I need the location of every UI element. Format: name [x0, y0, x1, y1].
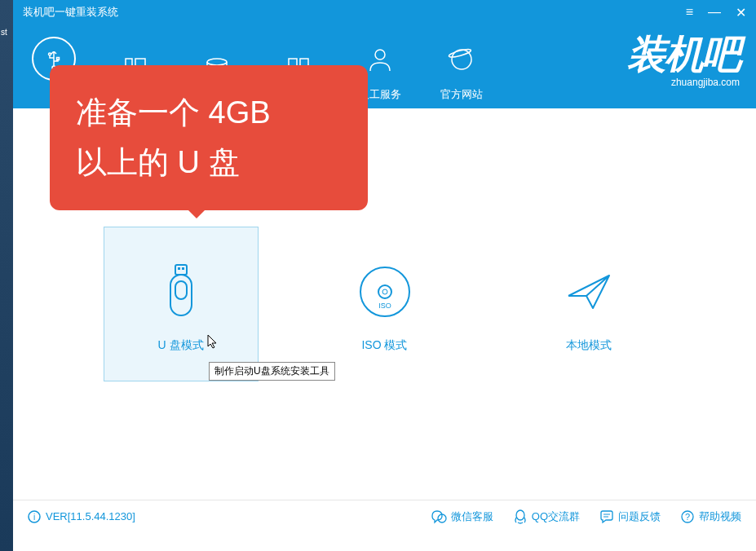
- cursor-icon: [206, 333, 219, 350]
- mode-card-iso[interactable]: ISO ISO 模式: [307, 227, 462, 381]
- mode-label-local: 本地模式: [566, 338, 612, 353]
- svg-rect-11: [175, 265, 187, 275]
- svg-text:i: i: [33, 513, 35, 522]
- version: i VER[11.5.44.1230]: [28, 510, 135, 523]
- mini-tooltip: 制作启动U盘系统安装工具: [209, 362, 335, 381]
- svg-point-18: [382, 289, 387, 294]
- mode-card-local[interactable]: 本地模式: [511, 227, 666, 381]
- footer-link-help[interactable]: ? 帮助视频: [680, 509, 741, 524]
- svg-text:ISO: ISO: [378, 302, 391, 310]
- app-title: 装机吧一键重装系统: [23, 5, 118, 20]
- svg-rect-12: [178, 267, 180, 270]
- menu-icon[interactable]: ≡: [686, 5, 693, 20]
- footer-link-qq[interactable]: QQ交流群: [513, 509, 580, 524]
- info-icon: i: [28, 510, 41, 523]
- nav-tab-website[interactable]: 官方网站: [421, 31, 502, 102]
- instruction-tooltip: 准备一个 4GB 以上的 U 盘: [50, 65, 368, 210]
- paperplane-icon: [560, 263, 617, 320]
- logo-text: 装机吧: [627, 29, 740, 81]
- help-icon: ?: [680, 509, 695, 524]
- mode-label-usb: U 盘模式: [158, 338, 204, 353]
- version-text: VER[11.5.44.1230]: [46, 510, 135, 522]
- mode-card-usb[interactable]: U 盘模式: [104, 227, 259, 381]
- minimize-icon[interactable]: —: [708, 5, 721, 20]
- svg-point-3: [207, 59, 227, 65]
- disc-icon: ISO: [356, 263, 413, 320]
- nav-label-website: 官方网站: [440, 87, 483, 102]
- qq-icon: [513, 509, 528, 524]
- svg-point-17: [378, 285, 391, 298]
- mode-label-iso: ISO 模式: [361, 338, 407, 353]
- footer-link-feedback[interactable]: 问题反馈: [599, 509, 661, 524]
- title-bar: 装机吧一键重装系统 ≡ — ✕: [13, 0, 756, 24]
- feedback-icon: [599, 509, 614, 524]
- chat-icon: [431, 509, 447, 524]
- footer: i VER[11.5.44.1230] 微信客服 QQ交流群: [13, 500, 756, 532]
- person-icon: [365, 45, 395, 74]
- footer-link-wechat[interactable]: 微信客服: [431, 509, 493, 524]
- svg-rect-13: [182, 267, 184, 270]
- usb-drive-icon: [161, 263, 201, 320]
- close-icon[interactable]: ✕: [736, 5, 746, 20]
- globe-icon: [447, 45, 476, 74]
- svg-point-8: [375, 50, 385, 60]
- tooltip-text: 准备一个 4GB 以上的 U 盘: [76, 88, 342, 187]
- svg-text:?: ?: [685, 512, 690, 522]
- svg-point-23: [516, 510, 524, 520]
- app-window: 装机吧一键重装系统 ≡ — ✕ U: [13, 0, 756, 551]
- logo: 装机吧 zhuangjiba.com: [627, 29, 740, 88]
- svg-rect-15: [175, 281, 187, 299]
